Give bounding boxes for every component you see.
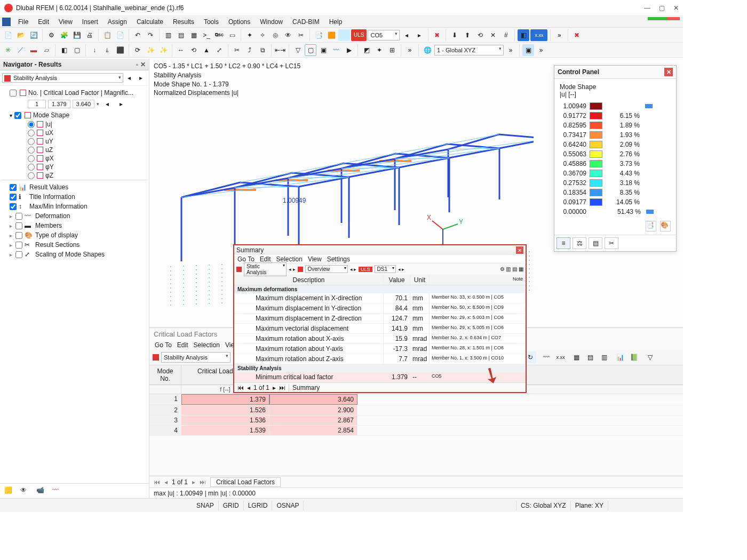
results-on-icon[interactable]: ◧ xyxy=(518,29,529,41)
nav-critical-load-row[interactable]: No. | Critical Load Factor | Magnific... xyxy=(1,88,148,98)
node-icon[interactable]: ✳ xyxy=(2,44,14,56)
nav-check-box[interactable] xyxy=(15,222,22,229)
t-values-icon[interactable]: x.xx xyxy=(554,351,566,363)
menu-view[interactable]: View xyxy=(54,17,77,27)
menu-window[interactable]: Window xyxy=(256,17,287,27)
save-icon[interactable]: 💾 xyxy=(71,29,83,41)
nav-check-max-min-information[interactable]: ↕Max/Min Information xyxy=(1,202,148,211)
nav-crit-no[interactable]: 1 xyxy=(28,100,46,108)
script-icon[interactable]: ⧉sc xyxy=(213,29,225,41)
reload-icon[interactable]: 🔄 xyxy=(28,29,39,41)
t-filter-icon[interactable]: ▽ xyxy=(644,351,656,363)
sp-menu-set[interactable]: Settings xyxy=(327,255,350,263)
summary-row[interactable]: Maximum rotation about Z-axis7.7mradMemb… xyxy=(234,354,526,364)
menu-edit[interactable]: Edit xyxy=(34,17,53,27)
nav-shape-radio[interactable] xyxy=(28,130,35,137)
nav-shape-uZ[interactable]: uZ xyxy=(1,146,148,154)
cp-tool1-icon[interactable]: 📑 xyxy=(646,221,656,231)
uls-tile[interactable]: ULS xyxy=(351,29,367,41)
analysis-next-icon[interactable]: ▸ xyxy=(135,72,147,84)
nav-check-scaling-of-mode-shapes[interactable]: ▸⤢Scaling of Mode Shapes xyxy=(1,250,148,259)
menu-calculate[interactable]: Calculate xyxy=(132,17,168,27)
table-row[interactable]: 21.5262.900 xyxy=(149,405,683,415)
nav-check-box[interactable] xyxy=(10,184,17,191)
view-mode-icon[interactable]: ▣ xyxy=(522,44,534,56)
area-load-icon[interactable]: ⬛ xyxy=(114,44,126,56)
summary-row[interactable]: Maximum displacement in Z-direction124.7… xyxy=(234,314,526,324)
status-snap[interactable]: SNAP xyxy=(192,501,219,510)
menu-file[interactable]: File xyxy=(14,17,33,27)
sp-pager-prev-icon[interactable]: ◂ xyxy=(247,384,250,391)
rotate-icon[interactable]: ⟲ xyxy=(188,44,200,56)
cp-slider-handle[interactable] xyxy=(646,210,654,214)
status-grid[interactable]: GRID xyxy=(219,501,244,510)
load-new-icon[interactable]: 📑 xyxy=(313,29,324,41)
pick-results-icon[interactable]: ◎ xyxy=(269,29,281,41)
solid-icon[interactable]: ◧ xyxy=(58,44,70,56)
tp-next-icon[interactable]: ▸ xyxy=(192,478,195,486)
nav-check-box[interactable] xyxy=(10,203,17,210)
menu-cadbim[interactable]: CAD-BIM xyxy=(288,17,324,27)
pick-model-icon[interactable]: ✦ xyxy=(244,29,256,41)
more3-icon[interactable]: » xyxy=(505,44,516,56)
analysis-prev-icon[interactable]: ◂ xyxy=(123,72,135,84)
menu-help[interactable]: Help xyxy=(325,17,347,27)
coord-system-combo[interactable]: 1 - Global XYZ xyxy=(434,45,504,55)
nav-mode-shape[interactable]: ▾ Mode Shape xyxy=(1,110,148,120)
nav-shape-φX[interactable]: φX xyxy=(1,154,148,163)
sp-pager-first-icon[interactable]: ⏮ xyxy=(237,384,244,391)
nav-check-members[interactable]: ▸▬Members xyxy=(1,221,148,230)
t-diagram-icon[interactable]: 〰 xyxy=(541,351,552,363)
copy-icon[interactable]: 📋 xyxy=(101,29,113,41)
nav-check-box[interactable] xyxy=(15,213,22,220)
menu-assign[interactable]: Assign xyxy=(104,17,131,27)
show-releases-icon[interactable]: ⟲ xyxy=(474,29,486,41)
t-grid1-icon[interactable]: ▦ xyxy=(570,351,582,363)
delete-results-icon[interactable]: ✖ xyxy=(571,29,583,41)
status-osnap[interactable]: OSNAP xyxy=(272,501,304,510)
wizard-yellow-icon[interactable]: ✨ xyxy=(145,44,156,56)
nav-crit-f[interactable]: 1.379 xyxy=(48,100,70,108)
sp-overview-combo[interactable]: Overview xyxy=(305,265,348,273)
workplane-icon[interactable]: ◩ xyxy=(361,44,372,56)
nav-crit-a[interactable]: 3.640 xyxy=(73,100,95,108)
sp-menu-sel[interactable]: Selection xyxy=(276,255,303,263)
new-icon[interactable]: 📄 xyxy=(2,29,14,41)
nav-check-box[interactable] xyxy=(15,251,22,258)
filter-icon[interactable]: ▽ xyxy=(292,44,304,56)
clip-icon[interactable]: ✂ xyxy=(295,29,307,41)
nav-mode-check[interactable] xyxy=(14,112,21,119)
cp-tab-clip-icon[interactable]: ✂ xyxy=(605,237,618,249)
nav-shape-radio[interactable] xyxy=(28,121,35,128)
pick-loads-icon[interactable]: ✧ xyxy=(257,29,268,41)
sp-uls-tile[interactable]: ULS xyxy=(359,267,372,272)
mirror-icon[interactable]: ▲ xyxy=(201,44,212,56)
status-cs[interactable]: CS: Global XYZ xyxy=(516,501,571,510)
divide-icon[interactable]: ✂ xyxy=(231,44,243,56)
nav-check-box[interactable] xyxy=(15,242,22,249)
load-case-tile[interactable] xyxy=(338,29,350,41)
t-grid3-icon[interactable]: ▥ xyxy=(598,351,610,363)
sp-ds-combo[interactable]: DS1 xyxy=(375,265,396,273)
more4-icon[interactable]: » xyxy=(535,44,547,56)
nav-check-box[interactable] xyxy=(10,194,17,201)
summary-row[interactable]: Maximum rotation about Y-axis-17.3mradMe… xyxy=(234,344,526,354)
nav-display-icon[interactable]: ▤ xyxy=(175,29,187,41)
cp-tab-filter-icon[interactable]: ▤ xyxy=(589,237,602,249)
load-combo-icon[interactable]: 🟧 xyxy=(325,29,337,41)
render-wire-icon[interactable]: ▢ xyxy=(305,44,316,56)
menu-results[interactable]: Results xyxy=(169,17,198,27)
tp-last-icon[interactable]: ⏭ xyxy=(200,478,206,486)
table-row[interactable]: 41.5392.854 xyxy=(149,426,683,436)
minimize-icon[interactable]: — xyxy=(644,4,650,12)
t-analysis-combo[interactable]: Stability Analysis xyxy=(161,352,231,363)
nav-views-icon[interactable]: ▦ xyxy=(188,29,200,41)
cp-slider-handle[interactable] xyxy=(645,104,653,108)
nav-shape-radio[interactable] xyxy=(28,147,35,154)
prev-case-icon[interactable]: ◂ xyxy=(401,29,412,41)
t-grid2-icon[interactable]: ▤ xyxy=(584,351,596,363)
grid-setting-icon[interactable]: ⊞ xyxy=(386,44,398,56)
dim-icon[interactable]: ⇤⇥ xyxy=(274,44,286,56)
nav-shape-φY[interactable]: φY xyxy=(1,163,148,171)
summary-row[interactable]: Maximum displacement in X-direction70.1m… xyxy=(234,293,526,303)
